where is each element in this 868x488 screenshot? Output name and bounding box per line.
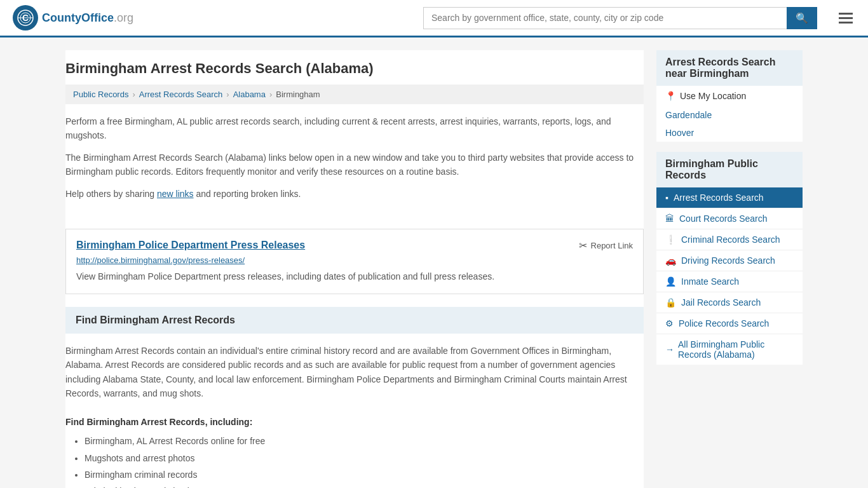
sidebar-item-driving-records[interactable]: 🚗 Driving Records Search [656, 250, 803, 271]
record-link-title[interactable]: Birmingham Police Department Press Relea… [76, 240, 305, 250]
find-list: Birmingham, AL Arrest Records online for… [65, 434, 644, 488]
nearby-section-title: Arrest Records Search near Birmingham [656, 50, 803, 86]
logo-icon: C [13, 5, 38, 30]
list-item: Mugshots and arrest photos [85, 451, 644, 465]
use-location-button[interactable]: 📍 Use My Location [656, 86, 803, 106]
find-including-title: Find Birmingham Arrest Records, includin… [65, 415, 644, 429]
breadcrumb-arrest-records[interactable]: Arrest Records Search [139, 90, 223, 99]
breadcrumb-sep-2: › [226, 90, 229, 99]
search-form: 🔍 [423, 7, 817, 29]
sidebar-item-label: Inmate Search [681, 276, 739, 287]
use-location-label: Use My Location [680, 91, 746, 101]
logo-link[interactable]: C CountyOffice.org [13, 5, 133, 30]
sidebar-item-criminal-records[interactable]: ❕ Criminal Records Search [656, 229, 803, 250]
menu-button[interactable] [836, 10, 855, 26]
logo-text: CountyOffice.org [42, 11, 133, 25]
desc-para-3: Help others by sharing new links and rep… [65, 187, 644, 201]
sidebar-item-arrest-records[interactable]: ▪ Arrest Records Search [656, 187, 803, 208]
criminal-icon: ❕ [665, 234, 676, 245]
sidebar-item-label: Driving Records Search [681, 255, 775, 266]
content-area: Birmingham Arrest Records Search (Alabam… [65, 50, 644, 488]
page-title: Birmingham Arrest Records Search (Alabam… [65, 50, 644, 85]
all-records-link[interactable]: → All Birmingham Public Records (Alabama… [656, 334, 803, 365]
breadcrumb-public-records[interactable]: Public Records [73, 90, 128, 99]
main-container: Birmingham Arrest Records Search (Alabam… [53, 37, 815, 488]
list-item: Birmingham, AL Arrest Records online for… [85, 434, 644, 448]
site-header: C CountyOffice.org 🔍 [0, 0, 868, 37]
breadcrumb-sep-1: › [132, 90, 135, 99]
nearby-section: Arrest Records Search near Birmingham 📍 … [656, 50, 803, 142]
new-links-link[interactable]: new links [157, 189, 194, 199]
nearby-gardendale[interactable]: Gardendale [656, 106, 803, 124]
search-input[interactable] [423, 7, 787, 29]
search-icon: 🔍 [796, 13, 808, 24]
description-section: Perform a free Birmingham, AL public arr… [65, 104, 644, 219]
sidebar-item-label: Court Records Search [679, 214, 768, 224]
all-records-label: All Birmingham Public Records (Alabama) [678, 339, 794, 360]
breadcrumb: Public Records › Arrest Records Search ›… [65, 85, 644, 104]
sidebar-item-court-records[interactable]: 🏛 Court Records Search [656, 208, 803, 229]
search-button[interactable]: 🔍 [787, 7, 817, 29]
arrest-records-icon: ▪ [665, 193, 668, 203]
find-section-header: Find Birmingham Arrest Records [65, 307, 644, 334]
desc-para-2: The Birmingham Arrest Records Search (Al… [65, 151, 644, 179]
record-link-url[interactable]: http://police.birminghamal.gov/press-rel… [76, 255, 633, 265]
driving-icon: 🚗 [665, 255, 676, 266]
record-link-desc: View Birmingham Police Department press … [76, 270, 633, 283]
list-item: Birmingham criminal records [85, 468, 644, 482]
list-item: Criminal background checks [85, 484, 644, 488]
find-section-para: Birmingham Arrest Records contain an ind… [65, 344, 644, 401]
inmate-icon: 👤 [665, 276, 676, 287]
sidebar: Arrest Records Search near Birmingham 📍 … [656, 50, 803, 488]
menu-bar-3 [839, 22, 853, 24]
menu-bar-2 [839, 17, 853, 19]
sidebar-item-jail-records[interactable]: 🔒 Jail Records Search [656, 292, 803, 313]
jail-icon: 🔒 [665, 297, 676, 308]
sidebar-item-inmate-search[interactable]: 👤 Inmate Search [656, 271, 803, 292]
breadcrumb-birmingham: Birmingham [276, 90, 320, 99]
sidebar-item-label: Arrest Records Search [674, 193, 764, 203]
public-records-section: Birmingham Public Records ▪ Arrest Recor… [656, 152, 803, 365]
sidebar-item-label: Criminal Records Search [681, 234, 780, 245]
find-section-title: Find Birmingham Arrest Records [76, 315, 634, 326]
breadcrumb-alabama[interactable]: Alabama [233, 90, 266, 99]
police-icon: ⚙ [665, 318, 674, 329]
record-link-box: ✂ Report Link Birmingham Police Departme… [65, 229, 644, 294]
nearby-hoover[interactable]: Hoover [656, 124, 803, 142]
scissors-icon: ✂ [579, 240, 587, 252]
report-link-button[interactable]: ✂ Report Link [579, 240, 633, 252]
menu-bar-1 [839, 13, 853, 15]
court-icon: 🏛 [665, 214, 674, 224]
find-section-content: Birmingham Arrest Records contain an ind… [65, 334, 644, 488]
location-icon: 📍 [665, 91, 676, 101]
sidebar-item-police-records[interactable]: ⚙ Police Records Search [656, 313, 803, 334]
desc-para-1: Perform a free Birmingham, AL public arr… [65, 114, 644, 143]
sidebar-item-label: Jail Records Search [681, 297, 761, 308]
sidebar-item-label: Police Records Search [679, 318, 769, 329]
public-records-title: Birmingham Public Records [656, 152, 803, 187]
arrow-icon: → [665, 344, 674, 355]
breadcrumb-sep-3: › [269, 90, 272, 99]
